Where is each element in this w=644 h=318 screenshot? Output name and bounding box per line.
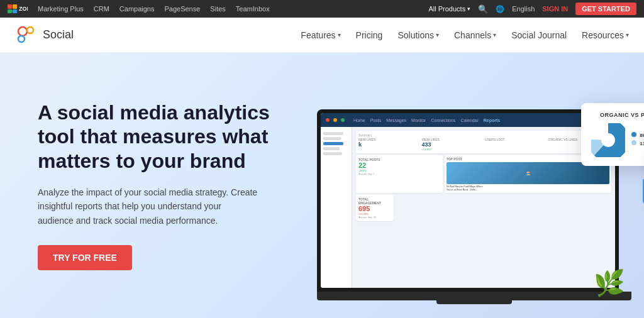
get-started-button[interactable]: GET STARTED xyxy=(575,3,636,15)
all-products-button[interactable]: All Products ▾ xyxy=(428,5,470,13)
channels-arrow-icon: ▾ xyxy=(493,31,496,38)
dash-nav-reports[interactable]: Reports xyxy=(484,118,500,123)
try-free-button[interactable]: TRY FOR FREE xyxy=(38,245,132,270)
dash-nav-calendar[interactable]: Calendar xyxy=(460,118,478,123)
dashboard-main: Summary NEW LIKES k VIEW LIKES xyxy=(352,127,615,288)
topnav-teaminbox[interactable]: TeamInbox xyxy=(236,5,270,13)
svg-point-5 xyxy=(18,27,27,36)
sign-in-button[interactable]: SIGN IN xyxy=(542,5,568,13)
paid-row: 13.66% Paid xyxy=(631,140,644,146)
logo-text: Social xyxy=(43,28,74,41)
main-nav: Social Features ▾ Pricing Solutions ▾ Ch… xyxy=(0,18,644,53)
hero-content: A social media analytics tool that measu… xyxy=(38,101,302,270)
search-icon[interactable]: 🔍 xyxy=(478,4,488,14)
organic-card-title: ORGANIC VS PAID LIKES xyxy=(591,112,644,118)
laptop-screen-inner: Home Posts Messages Monitor Connections … xyxy=(321,113,615,288)
topnav-crm[interactable]: CRM xyxy=(94,5,109,13)
topnav-pagesense[interactable]: PageSense xyxy=(164,5,200,13)
dashboard-body: Summary NEW LIKES k VIEW LIKES xyxy=(321,127,615,288)
dash-card-summary: Summary NEW LIKES k VIEW LIKES xyxy=(356,131,611,153)
zoho-logo-icon: ZOHO xyxy=(8,4,28,13)
organic-vs-paid-card: ORGANIC VS PAID LIKES 86.34% Organic 1 xyxy=(581,103,644,166)
top-bar-right: All Products ▾ 🔍 🌐 English SIGN IN GET S… xyxy=(428,3,636,15)
dash-nav-posts[interactable]: Posts xyxy=(370,118,382,123)
chevron-down-icon: ▾ xyxy=(467,6,470,12)
topnav-marketing[interactable]: Marketing Plus xyxy=(38,5,84,13)
hero-description: Analyze the impact of your social media … xyxy=(38,185,258,228)
hero-section: A social media analytics tool that measu… xyxy=(0,53,644,318)
pie-chart xyxy=(591,123,625,157)
laptop-stand xyxy=(436,300,512,304)
zoho-logo[interactable]: ZOHO xyxy=(8,4,28,13)
dot-red xyxy=(326,118,330,122)
topnav-sites[interactable]: Sites xyxy=(210,5,225,13)
globe-icon: 🌐 xyxy=(496,5,504,13)
social-logo-icon xyxy=(15,24,38,47)
svg-text:ZOHO: ZOHO xyxy=(19,6,28,12)
laptop-base xyxy=(317,292,631,300)
organic-row: 86.34% Organic xyxy=(631,132,644,138)
nav-resources[interactable]: Resources ▾ xyxy=(582,30,629,40)
nav-solutions[interactable]: Solutions ▾ xyxy=(397,30,439,40)
nav-channels[interactable]: Channels ▾ xyxy=(454,30,496,40)
topnav-campaigns[interactable]: Campaigns xyxy=(119,5,155,13)
dashboard-nav: Home Posts Messages Monitor Connections … xyxy=(353,118,500,123)
dash-nav-connections[interactable]: Connections xyxy=(431,118,455,123)
hero-title: A social media analytics tool that measu… xyxy=(38,101,302,173)
hero-visual: Home Posts Messages Monitor Connections … xyxy=(304,65,644,317)
top-bar-left: ZOHO Marketing Plus CRM Campaigns PageSe… xyxy=(8,4,270,13)
nav-features[interactable]: Features ▾ xyxy=(301,30,340,40)
svg-line-9 xyxy=(23,36,24,36)
dash-nav-monitor[interactable]: Monitor xyxy=(411,118,426,123)
dashboard-header: Home Posts Messages Monitor Connections … xyxy=(321,113,615,127)
dashboard-sidebar xyxy=(321,127,352,288)
organic-legend: 86.34% Organic 13.66% Paid xyxy=(631,132,644,148)
dot-green xyxy=(341,118,345,122)
svg-rect-3 xyxy=(13,9,17,13)
organic-card-body: 86.34% Organic 13.66% Paid xyxy=(591,123,644,157)
logo[interactable]: Social xyxy=(15,24,74,47)
language-label[interactable]: English xyxy=(512,5,535,13)
svg-point-6 xyxy=(27,27,33,33)
dash-card-total-engagement: TOTAL ENGAGEMENT 695 +55.13% Avg per day… xyxy=(356,195,394,221)
resources-arrow-icon: ▾ xyxy=(626,31,629,38)
nav-social-journal[interactable]: Social Journal xyxy=(511,30,567,40)
plant-decoration: 🌿 xyxy=(594,268,625,298)
svg-rect-1 xyxy=(13,4,17,9)
dash-nav-messages[interactable]: Messages xyxy=(386,118,406,123)
svg-rect-0 xyxy=(8,4,12,9)
dash-nav-home[interactable]: Home xyxy=(353,118,365,123)
laptop-screen: Home Posts Messages Monitor Connections … xyxy=(317,109,619,292)
nav-pricing[interactable]: Pricing xyxy=(356,30,383,40)
dash-card-totalposts: TOTAL POSTS 22 +100% Avg per day: 1 xyxy=(356,155,443,193)
solutions-arrow-icon: ▾ xyxy=(436,31,439,38)
top-bar: ZOHO Marketing Plus CRM Campaigns PageSe… xyxy=(0,0,644,18)
features-arrow-icon: ▾ xyxy=(338,31,341,38)
nav-links: Features ▾ Pricing Solutions ▾ Channels … xyxy=(301,30,629,40)
svg-rect-2 xyxy=(8,9,12,13)
dot-yellow xyxy=(333,118,337,122)
